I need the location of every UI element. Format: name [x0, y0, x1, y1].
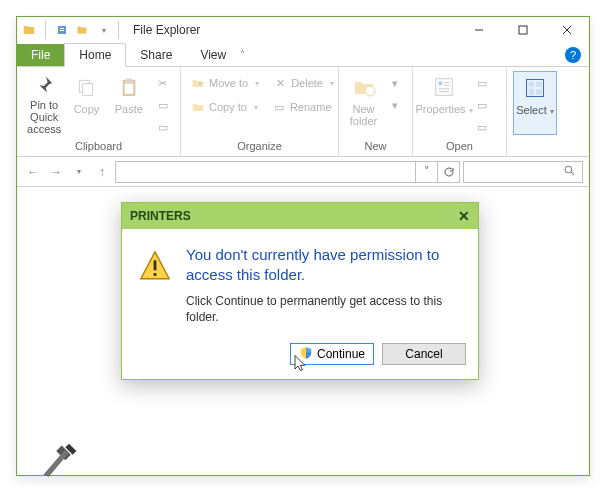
- copy-button[interactable]: Copy: [65, 71, 107, 135]
- quick-access-toolbar: [17, 21, 127, 39]
- select-label: Select: [516, 104, 554, 117]
- svg-rect-5: [125, 84, 133, 94]
- tab-share[interactable]: Share: [126, 44, 186, 66]
- properties-button[interactable]: Properties: [419, 71, 469, 135]
- continue-button[interactable]: Continue: [290, 343, 374, 365]
- copyto-button[interactable]: Copy to: [187, 97, 262, 117]
- open-button[interactable]: ▭: [471, 73, 493, 93]
- paste-icon: [115, 73, 143, 101]
- ribbon-tabs: File Home Share View ˄ ?: [17, 43, 589, 67]
- group-clipboard-label: Clipboard: [23, 138, 174, 152]
- folder-icon: [21, 22, 37, 38]
- window-title: File Explorer: [127, 23, 200, 37]
- cut-icon: ✂: [156, 76, 170, 90]
- rename-button[interactable]: ▭ Rename: [268, 97, 336, 117]
- nav-forward-button[interactable]: →: [46, 162, 66, 182]
- pin-label: Pin to Quick access: [23, 99, 65, 135]
- minimize-button[interactable]: [457, 17, 501, 43]
- paste-shortcut-button[interactable]: ▭: [152, 117, 174, 137]
- svg-rect-4: [125, 79, 132, 82]
- history-button[interactable]: ▭: [471, 117, 493, 137]
- group-new-label: New: [345, 138, 406, 152]
- svg-rect-9: [154, 260, 157, 270]
- nav-back-button[interactable]: ←: [23, 162, 43, 182]
- properties-label: Properties: [415, 103, 472, 116]
- dialog-sub-text: Click Continue to permanently get access…: [186, 294, 462, 325]
- ribbon: Pin to Quick access Copy Paste ✂ ▭: [17, 67, 589, 157]
- shield-icon: [299, 346, 313, 363]
- svg-rect-0: [519, 26, 527, 34]
- svg-point-6: [365, 86, 375, 96]
- qat-newfolder-icon[interactable]: [74, 22, 90, 38]
- qat-customize-icon[interactable]: [94, 22, 110, 38]
- address-bar[interactable]: ˅: [115, 161, 460, 183]
- properties-icon: [430, 73, 458, 101]
- newfolder-label: New folder: [345, 103, 382, 127]
- easyaccess-icon: ▾: [388, 98, 402, 112]
- tab-view[interactable]: View: [186, 44, 240, 66]
- svg-rect-2: [83, 84, 93, 96]
- select-button[interactable]: Select: [513, 71, 557, 135]
- close-button[interactable]: [545, 17, 589, 43]
- delete-icon: ✕: [273, 76, 287, 90]
- edit-button[interactable]: ▭: [471, 95, 493, 115]
- moveto-button[interactable]: Move to: [187, 73, 263, 93]
- newitem-icon: ▾: [388, 76, 402, 90]
- nav-recent-button[interactable]: ▾: [69, 162, 89, 182]
- group-open-label: Open: [419, 138, 500, 152]
- copy-icon: [72, 73, 100, 101]
- nav-up-button[interactable]: ↑: [92, 162, 112, 182]
- paste-shortcut-icon: ▭: [156, 120, 170, 134]
- permission-dialog: PRINTERS ✕ You don't currently have perm…: [121, 202, 479, 380]
- moveto-icon: [191, 76, 205, 90]
- maximize-button[interactable]: [501, 17, 545, 43]
- easyaccess-button[interactable]: ▾: [384, 95, 406, 115]
- copy-label: Copy: [74, 103, 100, 115]
- warning-icon: [138, 245, 172, 325]
- address-refresh-icon[interactable]: [437, 162, 459, 182]
- tab-home[interactable]: Home: [64, 43, 126, 67]
- address-dropdown-icon[interactable]: ˅: [415, 162, 437, 182]
- search-box[interactable]: [463, 161, 583, 183]
- cancel-button[interactable]: Cancel: [382, 343, 466, 365]
- rename-icon: ▭: [272, 100, 286, 114]
- open-icon: ▭: [475, 76, 489, 90]
- edit-icon: ▭: [475, 98, 489, 112]
- dialog-close-button[interactable]: ✕: [458, 208, 470, 224]
- help-button[interactable]: ?: [565, 47, 581, 63]
- svg-point-8: [565, 166, 572, 173]
- file-explorer-window: File Explorer File Home Share View ˄ ?: [16, 16, 590, 476]
- paste-button[interactable]: Paste: [108, 71, 150, 135]
- cut-button[interactable]: ✂: [152, 73, 174, 93]
- copy-path-icon: ▭: [156, 98, 170, 112]
- newitem-button[interactable]: ▾: [384, 73, 406, 93]
- history-icon: ▭: [475, 120, 489, 134]
- dialog-main-text: You don't currently have permission to a…: [186, 245, 462, 284]
- newfolder-icon: [350, 73, 378, 101]
- navbar: ← → ▾ ↑ ˅: [17, 157, 589, 187]
- svg-rect-10: [154, 273, 157, 276]
- group-organize-label: Organize: [187, 138, 332, 152]
- dialog-title: PRINTERS: [130, 209, 191, 223]
- ribbon-expand-icon[interactable]: ˄: [240, 49, 245, 60]
- search-icon: [563, 164, 576, 180]
- newfolder-button[interactable]: New folder: [345, 71, 382, 135]
- pin-quickaccess-button[interactable]: Pin to Quick access: [23, 71, 65, 135]
- qat-properties-icon[interactable]: [54, 22, 70, 38]
- svg-rect-7: [436, 79, 453, 96]
- watermark-hammer-icon: [36, 440, 80, 484]
- tab-file[interactable]: File: [17, 44, 64, 66]
- copyto-icon: [191, 100, 205, 114]
- titlebar: File Explorer: [17, 17, 589, 43]
- paste-label: Paste: [115, 103, 143, 115]
- copy-path-button[interactable]: ▭: [152, 95, 174, 115]
- pin-icon: [30, 73, 58, 97]
- select-icon: [521, 74, 549, 102]
- delete-button[interactable]: ✕ Delete: [269, 73, 338, 93]
- dialog-titlebar: PRINTERS ✕: [122, 203, 478, 229]
